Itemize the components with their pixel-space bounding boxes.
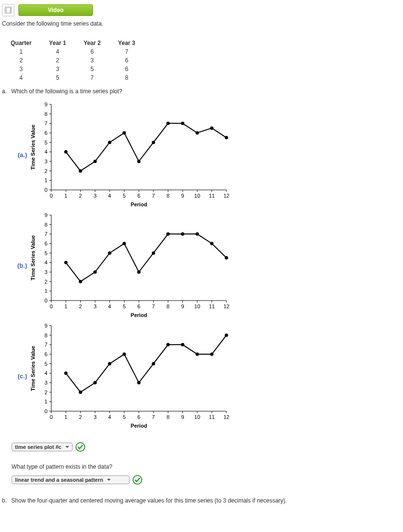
svg-point-182: [137, 381, 141, 385]
intro-text: Consider the following time series data.: [0, 20, 403, 35]
svg-text:9: 9: [181, 414, 184, 420]
svg-text:7: 7: [45, 342, 47, 347]
svg-text:11: 11: [209, 414, 215, 420]
svg-text:9: 9: [45, 101, 47, 107]
table-cell: 4: [40, 47, 75, 56]
table-header: Year 3: [109, 39, 144, 47]
svg-text:9: 9: [45, 323, 47, 329]
table-cell: 3: [40, 65, 75, 73]
svg-text:2: 2: [79, 193, 82, 199]
svg-point-124: [195, 232, 199, 236]
svg-point-183: [152, 362, 155, 365]
svg-point-122: [166, 232, 170, 236]
table-cell: 8: [109, 73, 144, 82]
svg-point-58: [137, 160, 141, 163]
svg-point-181: [122, 353, 126, 356]
svg-point-119: [122, 242, 126, 245]
svg-text:4: 4: [45, 370, 47, 376]
chart-b: 01234567891011120123456789PeriodTime Ser…: [28, 211, 231, 320]
svg-point-57: [122, 131, 126, 135]
svg-point-116: [79, 280, 82, 283]
table-cell: 4: [2, 73, 40, 82]
checkmark-icon: [75, 442, 85, 452]
svg-point-62: [195, 131, 199, 135]
svg-rect-1: [5, 7, 7, 13]
table-cell: 7: [75, 73, 109, 82]
table-cell: 6: [109, 56, 144, 65]
svg-point-120: [137, 271, 141, 274]
table-cell: 5: [40, 73, 75, 82]
svg-text:12: 12: [224, 414, 229, 420]
plot-select[interactable]: time series plot #c: [12, 443, 73, 451]
svg-text:5: 5: [45, 140, 47, 145]
svg-text:2: 2: [45, 279, 47, 285]
svg-rect-2: [10, 7, 11, 13]
chart-row-a: (a.)01234567891011120123456789PeriodTime…: [12, 101, 403, 209]
svg-text:7: 7: [152, 303, 155, 309]
table-cell: 3: [2, 65, 40, 73]
svg-text:0: 0: [50, 303, 53, 309]
svg-point-63: [210, 127, 213, 130]
svg-text:1: 1: [64, 414, 67, 420]
svg-text:0: 0: [45, 408, 47, 414]
table-cell: 2: [40, 56, 75, 65]
svg-point-115: [64, 261, 68, 264]
chart-row-c: (c.)01234567891011120123456789PeriodTime…: [12, 322, 403, 431]
svg-text:Period: Period: [131, 312, 147, 318]
svg-text:10: 10: [194, 303, 200, 309]
svg-text:1: 1: [45, 177, 47, 183]
chart-a: 01234567891011120123456789PeriodTime Ser…: [28, 101, 231, 209]
svg-text:7: 7: [45, 231, 47, 237]
table-cell: 1: [2, 47, 40, 56]
table-cell: 5: [75, 65, 109, 73]
svg-text:7: 7: [152, 193, 155, 199]
svg-text:6: 6: [45, 130, 47, 136]
svg-text:4: 4: [108, 303, 111, 309]
svg-point-54: [79, 169, 82, 173]
svg-text:2: 2: [45, 389, 47, 395]
svg-point-186: [195, 353, 199, 356]
svg-point-188: [225, 333, 228, 337]
question-b-marker: b.: [2, 497, 10, 504]
svg-text:4: 4: [108, 193, 111, 199]
svg-point-60: [166, 122, 170, 125]
table-row: 2236: [2, 56, 144, 65]
svg-point-61: [181, 122, 184, 125]
svg-point-185: [181, 343, 184, 346]
svg-text:5: 5: [45, 250, 47, 256]
svg-text:10: 10: [194, 193, 200, 199]
svg-text:0: 0: [50, 414, 53, 420]
table-cell: 6: [109, 65, 144, 73]
svg-text:3: 3: [93, 303, 96, 309]
table-cell: 6: [75, 47, 109, 56]
svg-text:8: 8: [166, 193, 169, 199]
svg-text:5: 5: [123, 414, 126, 420]
svg-point-53: [64, 150, 68, 154]
svg-text:4: 4: [108, 414, 111, 420]
svg-text:Time Series Value: Time Series Value: [30, 346, 36, 391]
svg-text:2: 2: [45, 168, 47, 174]
svg-text:3: 3: [45, 269, 47, 275]
svg-point-177: [64, 372, 68, 375]
svg-point-126: [225, 256, 228, 259]
svg-text:3: 3: [45, 158, 47, 164]
time-series-table: Quarter Year 1 Year 2 Year 3 14672236335…: [2, 39, 144, 82]
svg-text:5: 5: [123, 193, 126, 199]
svg-text:4: 4: [45, 259, 47, 265]
svg-text:Period: Period: [131, 423, 147, 429]
video-button[interactable]: Video: [18, 4, 93, 16]
svg-text:9: 9: [45, 212, 47, 218]
pattern-select[interactable]: linear trend and a seasonal pattern: [12, 475, 130, 484]
table-header: Quarter: [2, 39, 40, 47]
svg-text:8: 8: [166, 414, 169, 420]
table-row: 3356: [2, 65, 144, 73]
svg-text:1: 1: [64, 303, 67, 309]
svg-point-123: [181, 232, 184, 236]
svg-text:9: 9: [181, 303, 184, 309]
table-cell: 7: [109, 47, 144, 56]
svg-text:5: 5: [123, 303, 126, 309]
table-row: 1467: [2, 47, 144, 56]
svg-text:8: 8: [166, 303, 169, 309]
checkmark-icon: [133, 475, 142, 485]
svg-text:3: 3: [93, 193, 96, 199]
